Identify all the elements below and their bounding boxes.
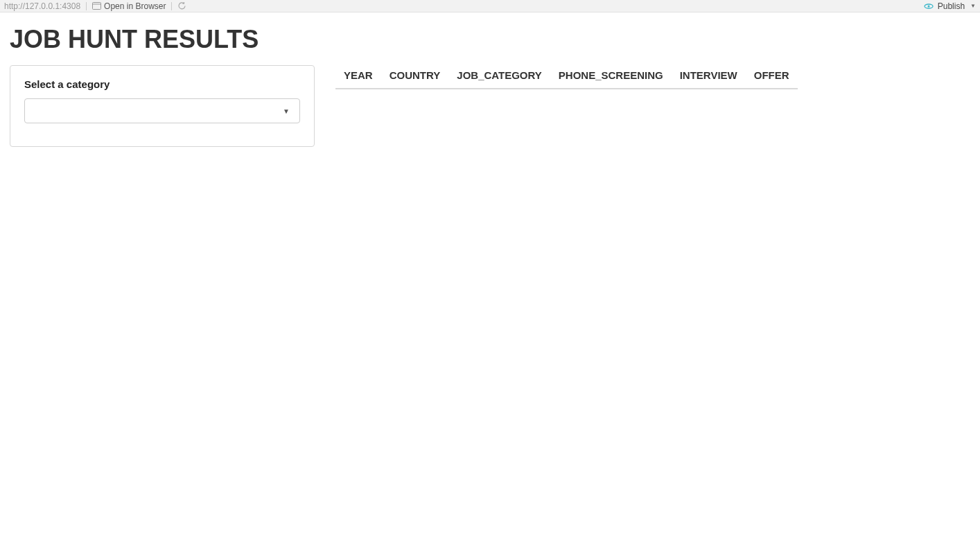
table-header-job-category: JOB_CATEGORY: [457, 69, 542, 81]
main-row: Select a category ▼ YEAR COUNTRY JOB_CAT…: [10, 65, 970, 147]
toolbar-divider: [86, 2, 87, 10]
chevron-down-icon[interactable]: ▼: [970, 3, 976, 9]
open-in-browser-label: Open in Browser: [104, 1, 166, 11]
toolbar-divider: [171, 2, 172, 10]
select-category-label: Select a category: [24, 78, 300, 90]
results-table: YEAR COUNTRY JOB_CATEGORY PHONE_SCREENIN…: [335, 65, 798, 89]
table-header-year: YEAR: [344, 69, 373, 81]
table-header-country: COUNTRY: [390, 69, 441, 81]
svg-point-3: [927, 5, 929, 7]
caret-down-icon: ▼: [283, 107, 290, 115]
open-in-browser-button[interactable]: Open in Browser: [92, 1, 166, 11]
svg-rect-0: [93, 3, 101, 10]
table-header-interview: INTERVIEW: [680, 69, 737, 81]
table-header-phone-screening: PHONE_SCREENING: [559, 69, 663, 81]
content-area: JOB HUNT RESULTS Select a category ▼ YEA…: [0, 12, 980, 159]
ide-toolbar: http://127.0.0.1:4308 Open in Browser: [0, 0, 980, 12]
toolbar-left: http://127.0.0.1:4308 Open in Browser: [4, 1, 186, 11]
browser-icon: [92, 2, 101, 10]
publish-button[interactable]: Publish: [938, 1, 965, 11]
toolbar-right: Publish ▼: [924, 1, 976, 11]
url-display: http://127.0.0.1:4308: [4, 1, 80, 11]
refresh-icon[interactable]: [177, 1, 186, 10]
sidebar-panel: Select a category ▼: [10, 65, 315, 147]
table-header-row: YEAR COUNTRY JOB_CATEGORY PHONE_SCREENIN…: [335, 65, 798, 89]
table-header-offer: OFFER: [754, 69, 789, 81]
page-title: JOB HUNT RESULTS: [10, 25, 970, 54]
category-select[interactable]: ▼: [24, 98, 300, 123]
publish-icon: [924, 2, 934, 10]
